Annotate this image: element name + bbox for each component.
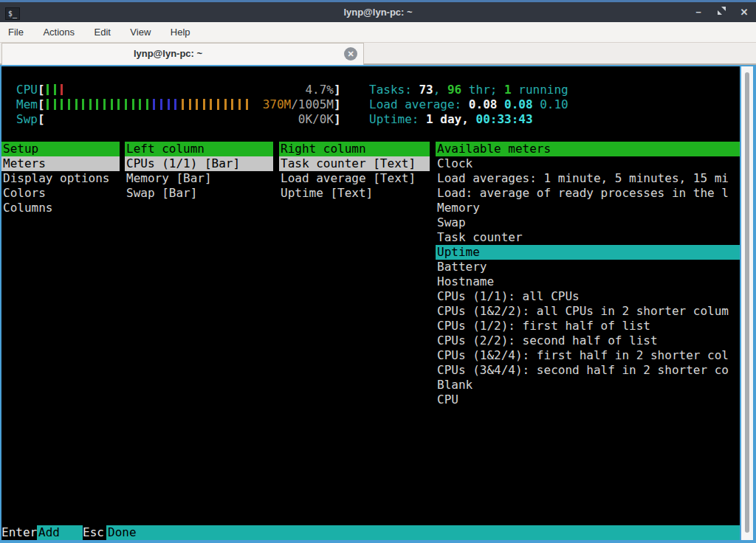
panel-item-task-counter[interactable]: Task counter bbox=[436, 230, 740, 245]
panel-item-cpus-1-2-first-half-of-list[interactable]: CPUs (1/2): first half of list bbox=[436, 319, 740, 333]
text-segment: running bbox=[512, 83, 568, 97]
panel-item-load-averages-1-minute-5-minutes-15-mi[interactable]: Load averages: 1 minute, 5 minutes, 15 m… bbox=[436, 171, 740, 186]
tab-title: lynp@lyn-pc: ~ bbox=[2, 44, 334, 64]
tasks-text: Tasks: 73, 96 thr; 1 running bbox=[369, 83, 568, 97]
menu-edit[interactable]: Edit bbox=[94, 22, 111, 42]
menu-help[interactable]: Help bbox=[171, 22, 190, 42]
load-average-text: Load average: 0.08 0.08 0.10 bbox=[369, 97, 568, 112]
text-segment: Uptime: bbox=[369, 112, 426, 126]
text-segment: 73 bbox=[419, 83, 433, 97]
minimize-icon[interactable]: − bbox=[693, 6, 704, 19]
panel-item-swap[interactable]: Swap bbox=[436, 215, 740, 230]
panel-item-cpus-2-2-second-half-of-list[interactable]: CPUs (2/2): second half of list bbox=[436, 333, 740, 348]
panel-item-blank[interactable]: Blank bbox=[436, 378, 740, 392]
tab-close-icon[interactable]: ✕ bbox=[344, 47, 357, 60]
terminal-tab[interactable]: lynp@lyn-pc: ~ ✕ bbox=[1, 43, 364, 65]
close-icon[interactable]: ✕ bbox=[738, 6, 750, 19]
text-segment: Tasks: bbox=[369, 83, 419, 97]
panel-item-cpus-1-1-all-cpus[interactable]: CPUs (1/1): all CPUs bbox=[436, 289, 740, 304]
panel-item-hostname[interactable]: Hostname bbox=[436, 274, 740, 289]
panel-item-display-options[interactable]: Display options bbox=[1, 171, 120, 186]
panel-item-meters[interactable]: Meters bbox=[1, 156, 120, 171]
panel-item-load-average-of-ready-processes-in-the-l[interactable]: Load: average of ready processes in the … bbox=[436, 186, 740, 201]
text-segment: 96 bbox=[447, 83, 461, 97]
text-segment: , bbox=[433, 83, 447, 97]
panel-header-right-column: Right column bbox=[279, 142, 430, 156]
menu-actions[interactable]: Actions bbox=[43, 22, 75, 42]
text-segment: 1 day, bbox=[426, 112, 475, 126]
text-segment: 00:33:43 bbox=[476, 112, 533, 126]
load-average-line: Load average: 0.08 0.08 0.10 bbox=[1, 97, 740, 112]
menu-view[interactable]: View bbox=[130, 22, 151, 42]
panel-item-memory[interactable]: Memory bbox=[436, 201, 740, 215]
window-controls: − ✕ bbox=[693, 6, 750, 19]
fnkey-esc[interactable]: Esc bbox=[83, 525, 106, 540]
panel-item-columns[interactable]: Columns bbox=[1, 201, 120, 215]
text-segment: 0.08 bbox=[504, 97, 540, 111]
text-segment: thr; bbox=[461, 83, 504, 97]
menu-file[interactable]: File bbox=[8, 22, 24, 42]
panel-item-cpu[interactable]: CPU bbox=[436, 392, 740, 407]
panel-item-cpus-1-2-4-first-half-in-2-shorter-col[interactable]: CPUs (1&2/4): first half in 2 shorter co… bbox=[436, 348, 740, 363]
tab-bar: lynp@lyn-pc: ~ ✕ bbox=[0, 42, 756, 65]
maximize-icon[interactable] bbox=[715, 6, 727, 19]
panel-item-uptime[interactable]: Uptime bbox=[436, 245, 740, 260]
uptime-text: Uptime: 1 day, 00:33:43 bbox=[369, 112, 533, 127]
panel-item-memory-bar[interactable]: Memory [Bar] bbox=[125, 171, 273, 186]
panel-item-uptime-text[interactable]: Uptime [Text] bbox=[279, 186, 430, 201]
panel-item-clock[interactable]: Clock bbox=[436, 156, 740, 171]
panel-item-load-average-text[interactable]: Load average [Text] bbox=[279, 171, 430, 186]
text-segment: Load average: bbox=[369, 97, 469, 111]
window-titlebar[interactable]: $_ lynp@lyn-pc: ~ − ✕ bbox=[0, 0, 756, 22]
scrollbar-thumb[interactable] bbox=[745, 72, 749, 533]
tasks-line: Tasks: 73, 96 thr; 1 running bbox=[1, 83, 740, 97]
menu-bar: File Actions Edit View Help bbox=[0, 22, 756, 42]
panel-item-cpus-1-1-bar[interactable]: CPUs (1/1) [Bar] bbox=[125, 156, 273, 171]
text-segment: 0.10 bbox=[540, 97, 568, 111]
panel-header-available-meters: Available meters bbox=[436, 142, 740, 156]
terminal-window: $_ lynp@lyn-pc: ~ − ✕ File Actions Edit … bbox=[0, 0, 756, 543]
terminal-frame: CPU [ 4.7% ] Mem [ 370M/1005M ] Swp [ 0K… bbox=[0, 65, 756, 543]
panel-item-cpus-3-4-4-second-half-in-2-shorter-co[interactable]: CPUs (3&4/4): second half in 2 shorter c… bbox=[436, 363, 740, 378]
panel-item-swap-bar[interactable]: Swap [Bar] bbox=[125, 186, 273, 201]
panel-item-cpus-1-2-2-all-cpus-in-2-shorter-colum[interactable]: CPUs (1&2/2): all CPUs in 2 shorter colu… bbox=[436, 304, 740, 319]
function-bar: EnterAddEscDone bbox=[1, 525, 740, 540]
uptime-line: Uptime: 1 day, 00:33:43 bbox=[1, 112, 740, 127]
panel-item-task-counter-text[interactable]: Task counter [Text] bbox=[279, 156, 430, 171]
window-title: lynp@lyn-pc: ~ bbox=[0, 7, 756, 18]
fnkey-enter[interactable]: Enter bbox=[1, 525, 37, 540]
text-segment: 1 bbox=[504, 83, 512, 97]
panel-item-battery[interactable]: Battery bbox=[436, 260, 740, 274]
scrollbar-track[interactable] bbox=[741, 66, 753, 540]
terminal-screen[interactable]: CPU [ 4.7% ] Mem [ 370M/1005M ] Swp [ 0K… bbox=[1, 66, 740, 540]
fnlabel-done[interactable]: Done bbox=[106, 525, 740, 540]
panel-item-colors[interactable]: Colors bbox=[1, 186, 120, 201]
fnlabel-add[interactable]: Add bbox=[37, 525, 83, 540]
panel-header-left-column: Left column bbox=[125, 142, 273, 156]
panel-header-setup: Setup bbox=[1, 142, 120, 156]
text-segment: 0.08 bbox=[469, 97, 504, 111]
